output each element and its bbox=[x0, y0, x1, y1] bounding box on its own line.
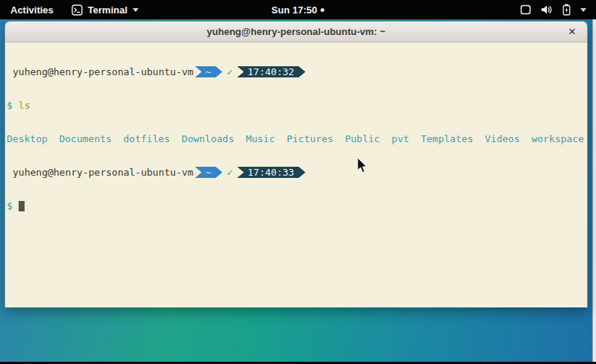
clock-button[interactable]: Sun 17:50 bbox=[271, 0, 324, 19]
text-cursor-block bbox=[19, 201, 25, 211]
system-status-menu[interactable] bbox=[510, 0, 596, 19]
prompt-user-host: yuheng@henry-personal-ubuntu-vm bbox=[7, 167, 194, 178]
terminal-content[interactable]: yuheng@henry-personal-ubuntu-vm~✓17:40:3… bbox=[5, 42, 587, 307]
prompt-status-check: ✓ bbox=[226, 66, 232, 77]
prompt-path-segment: ~ bbox=[195, 66, 223, 77]
typed-command: ls bbox=[19, 100, 31, 111]
prompt-time-badge: 17:40:33 bbox=[237, 167, 305, 178]
shell-prompt-symbol: $ bbox=[7, 100, 13, 111]
clock-label: Sun 17:50 bbox=[271, 4, 317, 16]
app-menu-label: Terminal bbox=[88, 4, 127, 16]
notification-dot-icon bbox=[321, 8, 325, 12]
shell-prompt-symbol: $ bbox=[7, 200, 13, 211]
input-line: $ bbox=[7, 200, 586, 211]
terminal-icon bbox=[72, 4, 83, 16]
prompt-path-segment: ~ bbox=[195, 167, 223, 178]
prompt-time-badge: 17:40:32 bbox=[237, 66, 305, 77]
background-window-edge bbox=[592, 19, 596, 362]
prompt-line: yuheng@henry-personal-ubuntu-vm~✓17:40:3… bbox=[7, 66, 586, 77]
prompt-line: yuheng@henry-personal-ubuntu-vm~✓17:40:3… bbox=[7, 167, 586, 178]
screen-icon bbox=[520, 4, 531, 15]
chevron-down-icon bbox=[580, 8, 586, 12]
activities-label: Activities bbox=[10, 4, 54, 16]
prompt-user-host: yuheng@henry-personal-ubuntu-vm bbox=[7, 66, 194, 77]
volume-icon bbox=[541, 4, 553, 15]
ls-output-line: Desktop Documents dotfiles Downloads Mus… bbox=[7, 133, 586, 144]
prompt-status-check: ✓ bbox=[226, 167, 232, 178]
window-title-bar[interactable]: yuheng@henry-personal-ubuntu-vm: ~ ✕ bbox=[5, 22, 587, 42]
command-line: $ls bbox=[7, 100, 586, 111]
app-menu-terminal[interactable]: Terminal bbox=[64, 0, 146, 19]
battery-charging-icon bbox=[562, 4, 571, 16]
terminal-window: yuheng@henry-personal-ubuntu-vm: ~ ✕ yuh… bbox=[4, 21, 588, 307]
top-bar: Activities Terminal Sun 17:50 bbox=[0, 0, 596, 19]
close-button[interactable]: ✕ bbox=[565, 25, 579, 39]
chevron-down-icon bbox=[133, 8, 139, 12]
close-icon: ✕ bbox=[568, 26, 577, 37]
window-title: yuheng@henry-personal-ubuntu-vm: ~ bbox=[207, 26, 386, 37]
activities-button[interactable]: Activities bbox=[0, 0, 64, 19]
